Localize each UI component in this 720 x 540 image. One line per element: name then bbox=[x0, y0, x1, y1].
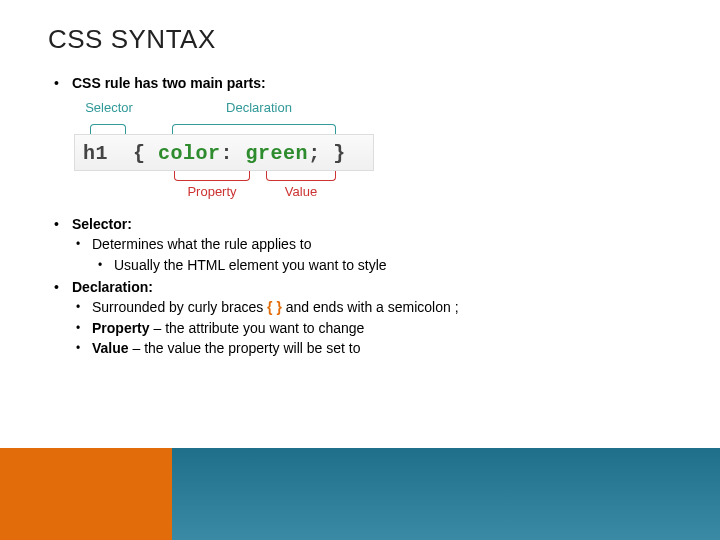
declaration-sub2-text: Property – the attribute you want to cha… bbox=[92, 318, 364, 338]
selector-heading: Selector: bbox=[72, 214, 132, 234]
brace-top-declaration bbox=[172, 124, 336, 134]
decl1-pre: Surrounded by curly braces bbox=[92, 299, 267, 315]
bullet-icon: • bbox=[54, 214, 72, 234]
bullet-declaration-sub3: • Value – the value the property will be… bbox=[48, 338, 672, 358]
slide-title: CSS SYNTAX bbox=[48, 24, 672, 55]
decl2-pre: Property bbox=[92, 320, 150, 336]
code-property: color bbox=[158, 142, 221, 165]
decl3-post: – the value the property will be set to bbox=[129, 340, 361, 356]
diagram-bottom-labels: Property Value bbox=[74, 183, 384, 202]
bullet-icon: • bbox=[76, 297, 92, 317]
diagram-top-braces bbox=[74, 120, 384, 134]
bullet-icon: • bbox=[76, 338, 92, 358]
bullet-icon: • bbox=[98, 255, 114, 275]
code-close-brace: } bbox=[333, 142, 346, 165]
declaration-sub1-text: Surrounded by curly braces { } and ends … bbox=[92, 297, 459, 317]
decl1-braces: { } bbox=[267, 299, 282, 315]
label-selector: Selector bbox=[74, 99, 144, 118]
label-declaration: Declaration bbox=[184, 99, 334, 118]
label-value: Value bbox=[266, 183, 336, 202]
selector-sub1a-text: Usually the HTML element you want to sty… bbox=[114, 255, 387, 275]
bullet-intro: • CSS rule has two main parts: bbox=[48, 73, 672, 93]
label-property: Property bbox=[174, 183, 250, 202]
declaration-heading: Declaration: bbox=[72, 277, 153, 297]
bullet-icon: • bbox=[54, 73, 72, 93]
bullet-declaration-sub1: • Surrounded by curly braces { } and end… bbox=[48, 297, 672, 317]
bullet-icon: • bbox=[76, 318, 92, 338]
decl1-post: and ends with a semicolon ; bbox=[282, 299, 459, 315]
bullet-declaration: • Declaration: bbox=[48, 277, 672, 297]
brace-bottom-value bbox=[266, 171, 336, 181]
bullet-selector-sub1: • Determines what the rule applies to bbox=[48, 234, 672, 254]
intro-text: CSS rule has two main parts: bbox=[72, 73, 672, 93]
brace-bottom-property bbox=[174, 171, 250, 181]
code-value: green bbox=[246, 142, 309, 165]
footer-orange-block bbox=[0, 448, 172, 540]
footer-bar bbox=[0, 448, 720, 540]
code-semicolon: ; bbox=[308, 142, 321, 165]
declaration-sub3-text: Value – the value the property will be s… bbox=[92, 338, 361, 358]
selector-sub1-text: Determines what the rule applies to bbox=[92, 234, 311, 254]
slide: CSS SYNTAX • CSS rule has two main parts… bbox=[0, 0, 720, 540]
diagram-top-labels: Selector Declaration bbox=[74, 99, 384, 118]
bullet-icon: • bbox=[76, 234, 92, 254]
css-rule-diagram: Selector Declaration h1 { color: green; … bbox=[74, 99, 384, 202]
diagram-code: h1 { color: green; } bbox=[74, 134, 374, 171]
bullet-selector: • Selector: bbox=[48, 214, 672, 234]
decl2-post: – the attribute you want to change bbox=[150, 320, 365, 336]
code-colon: : bbox=[221, 142, 234, 165]
code-open-brace: { bbox=[133, 142, 146, 165]
bullet-declaration-sub2: • Property – the attribute you want to c… bbox=[48, 318, 672, 338]
code-tag: h1 bbox=[83, 142, 108, 165]
bullet-selector-sub1a: • Usually the HTML element you want to s… bbox=[48, 255, 672, 275]
brace-top-selector bbox=[90, 124, 126, 134]
footer-teal-block bbox=[172, 448, 720, 540]
bullet-icon: • bbox=[54, 277, 72, 297]
decl3-pre: Value bbox=[92, 340, 129, 356]
slide-content: • CSS rule has two main parts: Selector … bbox=[48, 73, 672, 359]
